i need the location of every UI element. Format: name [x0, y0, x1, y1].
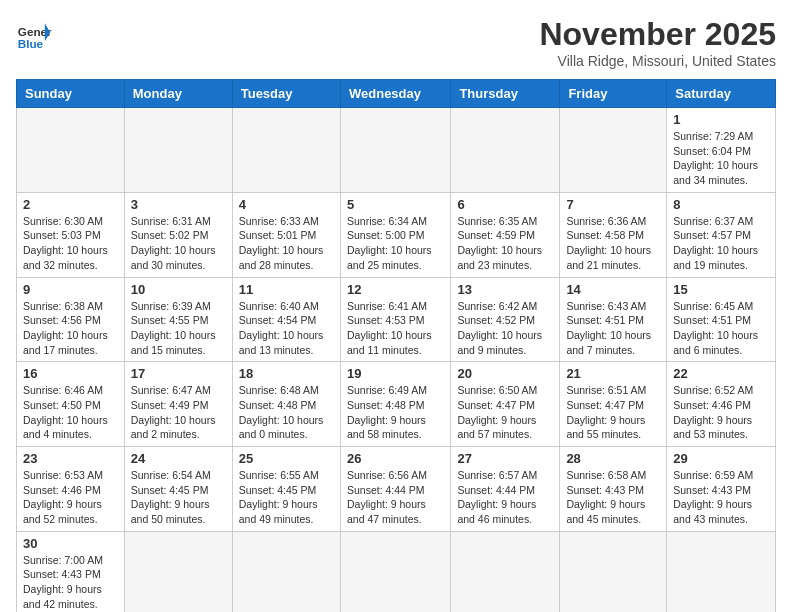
calendar-header-wednesday: Wednesday	[340, 80, 450, 108]
day-number: 20	[457, 366, 553, 381]
calendar-header-sunday: Sunday	[17, 80, 125, 108]
day-info: Sunrise: 7:29 AM Sunset: 6:04 PM Dayligh…	[673, 129, 769, 188]
calendar-week-row: 2Sunrise: 6:30 AM Sunset: 5:03 PM Daylig…	[17, 192, 776, 277]
day-number: 14	[566, 282, 660, 297]
day-number: 3	[131, 197, 226, 212]
day-info: Sunrise: 6:48 AM Sunset: 4:48 PM Dayligh…	[239, 383, 334, 442]
svg-text:Blue: Blue	[18, 37, 44, 50]
calendar-day-cell: 6Sunrise: 6:35 AM Sunset: 4:59 PM Daylig…	[451, 192, 560, 277]
day-info: Sunrise: 6:30 AM Sunset: 5:03 PM Dayligh…	[23, 214, 118, 273]
day-number: 10	[131, 282, 226, 297]
day-info: Sunrise: 6:49 AM Sunset: 4:48 PM Dayligh…	[347, 383, 444, 442]
day-number: 4	[239, 197, 334, 212]
calendar-day-cell: 19Sunrise: 6:49 AM Sunset: 4:48 PM Dayli…	[340, 362, 450, 447]
calendar-day-cell: 4Sunrise: 6:33 AM Sunset: 5:01 PM Daylig…	[232, 192, 340, 277]
day-info: Sunrise: 6:41 AM Sunset: 4:53 PM Dayligh…	[347, 299, 444, 358]
calendar-day-cell: 20Sunrise: 6:50 AM Sunset: 4:47 PM Dayli…	[451, 362, 560, 447]
calendar-day-cell: 24Sunrise: 6:54 AM Sunset: 4:45 PM Dayli…	[124, 447, 232, 532]
day-number: 7	[566, 197, 660, 212]
day-info: Sunrise: 6:52 AM Sunset: 4:46 PM Dayligh…	[673, 383, 769, 442]
day-info: Sunrise: 6:37 AM Sunset: 4:57 PM Dayligh…	[673, 214, 769, 273]
day-number: 2	[23, 197, 118, 212]
day-info: Sunrise: 6:43 AM Sunset: 4:51 PM Dayligh…	[566, 299, 660, 358]
day-info: Sunrise: 6:45 AM Sunset: 4:51 PM Dayligh…	[673, 299, 769, 358]
day-number: 18	[239, 366, 334, 381]
calendar-week-row: 1Sunrise: 7:29 AM Sunset: 6:04 PM Daylig…	[17, 108, 776, 193]
day-number: 1	[673, 112, 769, 127]
day-number: 26	[347, 451, 444, 466]
day-info: Sunrise: 6:58 AM Sunset: 4:43 PM Dayligh…	[566, 468, 660, 527]
calendar-day-cell	[451, 108, 560, 193]
day-info: Sunrise: 6:50 AM Sunset: 4:47 PM Dayligh…	[457, 383, 553, 442]
day-number: 24	[131, 451, 226, 466]
day-info: Sunrise: 6:33 AM Sunset: 5:01 PM Dayligh…	[239, 214, 334, 273]
day-info: Sunrise: 6:34 AM Sunset: 5:00 PM Dayligh…	[347, 214, 444, 273]
day-info: Sunrise: 6:31 AM Sunset: 5:02 PM Dayligh…	[131, 214, 226, 273]
day-info: Sunrise: 6:56 AM Sunset: 4:44 PM Dayligh…	[347, 468, 444, 527]
day-number: 16	[23, 366, 118, 381]
calendar-day-cell: 14Sunrise: 6:43 AM Sunset: 4:51 PM Dayli…	[560, 277, 667, 362]
calendar-day-cell: 23Sunrise: 6:53 AM Sunset: 4:46 PM Dayli…	[17, 447, 125, 532]
calendar-day-cell	[124, 531, 232, 612]
calendar-header-monday: Monday	[124, 80, 232, 108]
calendar-day-cell	[451, 531, 560, 612]
calendar-day-cell: 1Sunrise: 7:29 AM Sunset: 6:04 PM Daylig…	[667, 108, 776, 193]
calendar-day-cell: 9Sunrise: 6:38 AM Sunset: 4:56 PM Daylig…	[17, 277, 125, 362]
day-number: 6	[457, 197, 553, 212]
day-number: 22	[673, 366, 769, 381]
calendar-day-cell: 27Sunrise: 6:57 AM Sunset: 4:44 PM Dayli…	[451, 447, 560, 532]
day-number: 17	[131, 366, 226, 381]
month-title: November 2025	[539, 16, 776, 53]
day-info: Sunrise: 6:35 AM Sunset: 4:59 PM Dayligh…	[457, 214, 553, 273]
calendar-day-cell	[17, 108, 125, 193]
day-number: 27	[457, 451, 553, 466]
calendar-day-cell: 16Sunrise: 6:46 AM Sunset: 4:50 PM Dayli…	[17, 362, 125, 447]
day-number: 30	[23, 536, 118, 551]
day-number: 29	[673, 451, 769, 466]
calendar-header-saturday: Saturday	[667, 80, 776, 108]
calendar-day-cell: 29Sunrise: 6:59 AM Sunset: 4:43 PM Dayli…	[667, 447, 776, 532]
calendar-day-cell: 3Sunrise: 6:31 AM Sunset: 5:02 PM Daylig…	[124, 192, 232, 277]
day-info: Sunrise: 6:38 AM Sunset: 4:56 PM Dayligh…	[23, 299, 118, 358]
calendar-header-thursday: Thursday	[451, 80, 560, 108]
day-info: Sunrise: 6:51 AM Sunset: 4:47 PM Dayligh…	[566, 383, 660, 442]
calendar-day-cell: 25Sunrise: 6:55 AM Sunset: 4:45 PM Dayli…	[232, 447, 340, 532]
day-number: 12	[347, 282, 444, 297]
calendar-day-cell: 18Sunrise: 6:48 AM Sunset: 4:48 PM Dayli…	[232, 362, 340, 447]
day-number: 13	[457, 282, 553, 297]
calendar-day-cell: 10Sunrise: 6:39 AM Sunset: 4:55 PM Dayli…	[124, 277, 232, 362]
location-title: Villa Ridge, Missouri, United States	[539, 53, 776, 69]
day-info: Sunrise: 6:42 AM Sunset: 4:52 PM Dayligh…	[457, 299, 553, 358]
calendar-week-row: 23Sunrise: 6:53 AM Sunset: 4:46 PM Dayli…	[17, 447, 776, 532]
calendar-day-cell: 7Sunrise: 6:36 AM Sunset: 4:58 PM Daylig…	[560, 192, 667, 277]
calendar-week-row: 9Sunrise: 6:38 AM Sunset: 4:56 PM Daylig…	[17, 277, 776, 362]
day-info: Sunrise: 6:47 AM Sunset: 4:49 PM Dayligh…	[131, 383, 226, 442]
calendar-day-cell	[560, 531, 667, 612]
calendar-header-row: SundayMondayTuesdayWednesdayThursdayFrid…	[17, 80, 776, 108]
calendar-week-row: 16Sunrise: 6:46 AM Sunset: 4:50 PM Dayli…	[17, 362, 776, 447]
day-info: Sunrise: 6:57 AM Sunset: 4:44 PM Dayligh…	[457, 468, 553, 527]
day-info: Sunrise: 6:53 AM Sunset: 4:46 PM Dayligh…	[23, 468, 118, 527]
calendar-day-cell: 30Sunrise: 7:00 AM Sunset: 4:43 PM Dayli…	[17, 531, 125, 612]
calendar-header-tuesday: Tuesday	[232, 80, 340, 108]
calendar-day-cell	[232, 531, 340, 612]
logo-icon: General Blue	[16, 16, 52, 52]
calendar-day-cell	[232, 108, 340, 193]
day-number: 25	[239, 451, 334, 466]
calendar-day-cell: 28Sunrise: 6:58 AM Sunset: 4:43 PM Dayli…	[560, 447, 667, 532]
day-info: Sunrise: 6:36 AM Sunset: 4:58 PM Dayligh…	[566, 214, 660, 273]
page-header: General Blue November 2025 Villa Ridge, …	[16, 16, 776, 69]
calendar-day-cell: 21Sunrise: 6:51 AM Sunset: 4:47 PM Dayli…	[560, 362, 667, 447]
day-number: 9	[23, 282, 118, 297]
calendar-day-cell	[340, 108, 450, 193]
calendar-day-cell	[340, 531, 450, 612]
day-info: Sunrise: 7:00 AM Sunset: 4:43 PM Dayligh…	[23, 553, 118, 612]
calendar-day-cell: 12Sunrise: 6:41 AM Sunset: 4:53 PM Dayli…	[340, 277, 450, 362]
calendar-day-cell: 15Sunrise: 6:45 AM Sunset: 4:51 PM Dayli…	[667, 277, 776, 362]
calendar-day-cell: 5Sunrise: 6:34 AM Sunset: 5:00 PM Daylig…	[340, 192, 450, 277]
calendar-day-cell	[667, 531, 776, 612]
calendar-table: SundayMondayTuesdayWednesdayThursdayFrid…	[16, 79, 776, 612]
calendar-header-friday: Friday	[560, 80, 667, 108]
title-block: November 2025 Villa Ridge, Missouri, Uni…	[539, 16, 776, 69]
calendar-day-cell: 26Sunrise: 6:56 AM Sunset: 4:44 PM Dayli…	[340, 447, 450, 532]
